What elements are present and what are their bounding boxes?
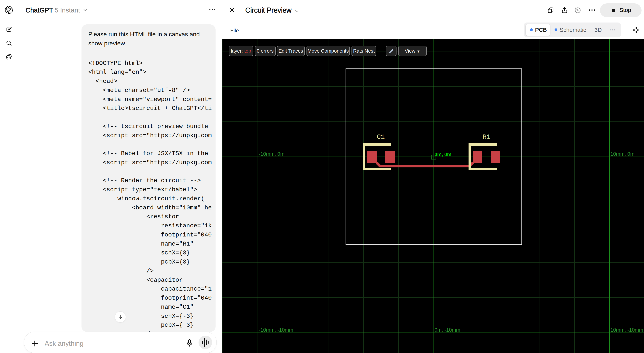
svg-text:10mm, -10mm: 10mm, -10mm: [610, 327, 643, 333]
svg-text:0m, -10mm: 0m, -10mm: [434, 327, 460, 333]
svg-text:-10mm, 0m: -10mm, 0m: [259, 151, 284, 157]
svg-text:10mm, 0m: 10mm, 0m: [610, 151, 634, 157]
svg-text:C1: C1: [377, 133, 385, 141]
svg-text:R1: R1: [482, 133, 490, 141]
svg-text:-10mm, -10mm: -10mm, -10mm: [259, 327, 293, 333]
svg-text:0m, 0m: 0m, 0m: [434, 152, 452, 157]
